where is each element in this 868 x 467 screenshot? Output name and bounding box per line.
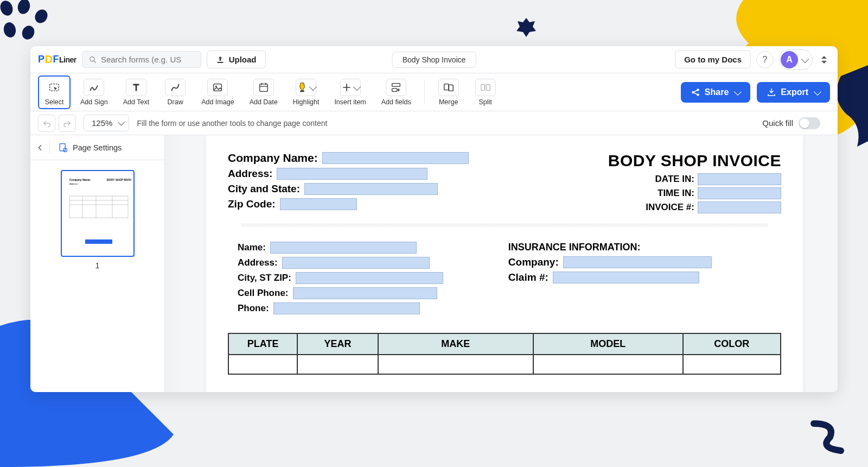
page-settings-button[interactable]: Page Settings — [58, 142, 122, 153]
merge-tool[interactable]: Merge — [432, 75, 465, 109]
th-color: COLOR — [683, 333, 781, 355]
svg-point-2 — [33, 7, 49, 26]
cust-name-field[interactable] — [270, 242, 417, 254]
add-image-label: Add Image — [201, 98, 234, 106]
add-date-tool[interactable]: Add Date — [244, 75, 283, 109]
draw-icon — [169, 81, 181, 93]
logo[interactable]: P D F Liner — [38, 53, 76, 66]
vehicle-table: PLATE YEAR MAKE MODEL COLOR — [228, 333, 781, 375]
highlight-tool[interactable]: Highlight — [288, 75, 325, 109]
more-menu-button[interactable] — [818, 51, 830, 68]
merge-label: Merge — [439, 98, 458, 106]
select-icon — [48, 81, 60, 93]
text-icon — [130, 81, 142, 93]
cust-phone-label: Phone: — [238, 303, 269, 314]
invoice-no-field[interactable] — [698, 201, 781, 213]
cust-address-field[interactable] — [282, 257, 430, 269]
split-tool[interactable]: Split — [469, 75, 502, 109]
decoration-bottom-right — [803, 418, 852, 462]
chevron-down-icon — [801, 55, 809, 62]
zoom-wrap: 125% — [84, 115, 129, 131]
highlight-icon — [296, 81, 308, 93]
cell-year[interactable] — [297, 355, 378, 374]
cell-make[interactable] — [378, 355, 533, 374]
cust-citystzip-field[interactable] — [296, 272, 443, 284]
redo-button[interactable] — [59, 115, 76, 132]
ins-claim-field[interactable] — [553, 272, 699, 283]
cell-color[interactable] — [683, 355, 781, 374]
add-fields-label: Add fields — [381, 98, 411, 106]
decoration-top-left — [0, 0, 49, 49]
share-button[interactable]: Share — [681, 82, 750, 103]
search-input[interactable] — [101, 55, 194, 64]
time-in-label: TIME IN: — [658, 188, 694, 199]
customer-insurance-row: Name: Address: City, ST ZIP: Cell Phone:… — [228, 242, 781, 318]
svg-rect-14 — [300, 90, 304, 92]
thumbnail-preview: Company Name: BODY SHOP INVOICE Address: — [66, 175, 131, 254]
logo-d: D — [45, 53, 53, 66]
toolbar-separator — [424, 80, 425, 104]
collapse-sidebar-button[interactable] — [38, 142, 50, 154]
search-box[interactable] — [82, 51, 201, 68]
workspace: Page Settings Company Name: BODY SHOP IN… — [30, 135, 838, 392]
upload-button[interactable]: Upload — [207, 51, 266, 68]
cell-plate[interactable] — [228, 355, 297, 374]
canvas[interactable]: Company Name: Address: City and State: Z… — [165, 135, 838, 392]
doc-header: Company Name: Address: City and State: Z… — [228, 152, 781, 216]
cust-cell-field[interactable] — [293, 287, 437, 299]
date-in-field[interactable] — [698, 173, 781, 185]
zip-field[interactable] — [280, 198, 357, 210]
undo-button[interactable] — [38, 115, 55, 132]
page-settings-icon — [58, 142, 68, 153]
insert-item-tool[interactable]: Insert item — [329, 75, 371, 109]
city-state-field[interactable] — [304, 183, 438, 195]
redo-icon — [63, 119, 72, 128]
add-sign-tool[interactable]: Add Sign — [75, 75, 113, 109]
select-label: Select — [45, 98, 64, 106]
export-button[interactable]: Export — [757, 82, 830, 103]
select-tool[interactable]: Select — [38, 75, 71, 109]
zoom-select[interactable]: 125% — [84, 115, 129, 131]
date-in-label: DATE IN: — [655, 174, 694, 185]
go-to-docs-button[interactable]: Go to my Docs — [675, 51, 751, 68]
company-block: Company Name: Address: City and State: Z… — [228, 152, 469, 216]
share-label: Share — [705, 87, 729, 97]
ins-claim-label: Claim #: — [508, 272, 548, 283]
time-in-field[interactable] — [698, 187, 781, 199]
download-icon — [767, 87, 776, 97]
company-name-field[interactable] — [322, 152, 469, 164]
add-text-label: Add Text — [123, 98, 149, 106]
page-thumbnail-1[interactable]: Company Name: BODY SHOP INVOICE Address: — [61, 170, 135, 257]
image-icon — [212, 81, 224, 93]
add-image-tool[interactable]: Add Image — [196, 75, 239, 109]
insert-item-label: Insert item — [334, 98, 366, 106]
document-title[interactable]: Body Shop Invoice — [392, 52, 476, 68]
cust-citystzip-label: City, ST ZIP: — [238, 273, 291, 283]
draw-tool[interactable]: Draw — [159, 75, 192, 109]
search-icon — [89, 55, 97, 64]
chevron-down-icon — [353, 83, 360, 90]
add-fields-tool[interactable]: Add fields — [376, 75, 417, 109]
toolbar-right: Share Export — [681, 82, 830, 103]
app-window: P D F Liner Upload Body Shop Invoice Go … — [30, 46, 838, 392]
address-field[interactable] — [277, 168, 427, 180]
subbar: 125% Fill the form or use another tools … — [30, 111, 838, 135]
quickfill-label: Quick fill — [762, 118, 793, 128]
ins-company-field[interactable] — [563, 256, 712, 268]
quickfill-toggle[interactable] — [799, 117, 820, 129]
add-text-tool[interactable]: Add Text — [118, 75, 155, 109]
sidebar-header: Page Settings — [30, 135, 164, 160]
user-menu[interactable]: A — [779, 49, 813, 70]
svg-rect-15 — [392, 83, 400, 86]
export-label: Export — [781, 87, 808, 97]
ins-company-label: Company: — [508, 256, 559, 268]
draw-label: Draw — [168, 98, 183, 106]
svg-rect-39 — [85, 239, 112, 244]
svg-text:BODY SHOP INVOICE: BODY SHOP INVOICE — [107, 178, 131, 181]
add-sign-label: Add Sign — [80, 98, 108, 106]
help-button[interactable]: ? — [756, 51, 774, 68]
cust-phone-field[interactable] — [273, 302, 420, 314]
cell-model[interactable] — [533, 355, 683, 374]
share-icon — [691, 87, 700, 97]
th-plate: PLATE — [228, 333, 297, 355]
